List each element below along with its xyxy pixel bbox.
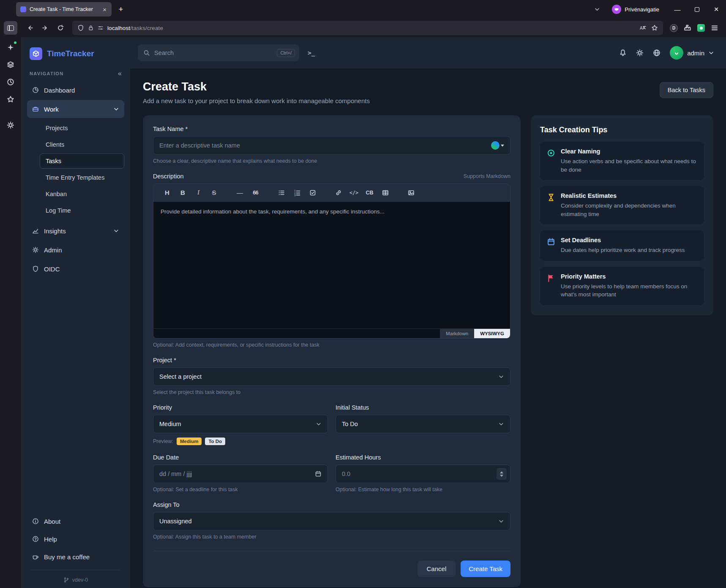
strikethrough-button[interactable]: S: [206, 186, 222, 199]
tracking-shield-icon[interactable]: [77, 25, 84, 31]
sidebar-item-kanban[interactable]: Kanban: [40, 186, 124, 202]
terminal-icon[interactable]: >_: [308, 49, 315, 56]
create-task-button[interactable]: Create Task: [461, 561, 510, 577]
tip-text: Use priority levels to help team members…: [561, 282, 697, 299]
sidebar-item-tasks[interactable]: Tasks: [40, 153, 124, 169]
search-box[interactable]: Ctrl+/: [138, 44, 299, 61]
description-placeholder: Provide detailed information about the t…: [161, 208, 385, 215]
search-input[interactable]: [154, 49, 273, 56]
project-helper: Select the project this task belongs to: [153, 389, 510, 395]
cancel-button[interactable]: Cancel: [418, 561, 456, 577]
task-name-input[interactable]: [159, 142, 487, 149]
sidebar-item-projects[interactable]: Projects: [40, 120, 124, 136]
checklist-button[interactable]: [305, 186, 320, 199]
project-select[interactable]: Select a project: [153, 367, 510, 386]
sidebar-item-clients[interactable]: Clients: [40, 137, 124, 152]
code-block-button[interactable]: CB: [362, 186, 377, 199]
sidebar-item-insights[interactable]: Insights: [27, 222, 124, 240]
sidebar-item-label: Buy me a coffee: [44, 553, 90, 561]
sidebar-nav: Dashboard Work Projects Clients Tasks Ti…: [21, 81, 130, 278]
description-textarea[interactable]: Provide detailed information about the t…: [153, 202, 510, 328]
sidebar-item-admin[interactable]: Admin: [27, 241, 124, 259]
link-button[interactable]: [330, 186, 346, 199]
lock-icon[interactable]: [88, 25, 94, 31]
menu-icon[interactable]: [711, 24, 718, 32]
settings-gear-icon[interactable]: [5, 120, 16, 130]
settings-gear-icon[interactable]: [636, 49, 644, 57]
wysiwyg-mode-tab[interactable]: WYSIWYG: [474, 329, 510, 338]
ai-chat-icon[interactable]: [5, 42, 16, 52]
sidebar-item-oidc[interactable]: OIDC: [27, 260, 124, 278]
sidebar-item-time-entry-templates[interactable]: Time Entry Templates: [40, 170, 124, 185]
estimated-hours-input[interactable]: [342, 470, 492, 477]
notifications-bell-icon[interactable]: [619, 49, 627, 57]
italic-button[interactable]: I: [191, 186, 206, 199]
help-icon: [32, 536, 39, 542]
inline-code-button[interactable]: </>: [346, 186, 362, 199]
back-button[interactable]: [23, 21, 37, 35]
back-to-tasks-button[interactable]: Back to Tasks: [660, 82, 713, 98]
page-subtitle: Add a new task to your project to break …: [143, 97, 370, 104]
due-date-input[interactable]: dd / mm / jjjj: [153, 465, 328, 483]
page-content: Create Task Add a new task to your proje…: [130, 68, 726, 588]
url-bar[interactable]: localhost/tasks/create A: [72, 21, 663, 35]
browser-tab[interactable]: Create Task - Time Tracker ×: [16, 2, 112, 16]
bookmarks-star-icon[interactable]: [5, 94, 16, 104]
layers-icon[interactable]: [5, 60, 16, 70]
autofill-extension-icon[interactable]: [491, 141, 504, 150]
extension-toolbar: D: [668, 24, 720, 32]
sidebar-item-about[interactable]: About: [27, 512, 124, 530]
window-close-button[interactable]: ×: [707, 0, 726, 19]
sidebar-item-log-time[interactable]: Log Time: [40, 203, 124, 218]
extension-icon[interactable]: D: [670, 24, 678, 32]
sidebar-item-dashboard[interactable]: Dashboard: [27, 81, 124, 99]
sidebar-item-coffee[interactable]: Buy me a coffee: [27, 548, 124, 566]
list-all-tabs-icon[interactable]: [592, 4, 603, 15]
priority-select[interactable]: Medium: [153, 415, 328, 433]
version-row: vdev-0: [30, 570, 121, 583]
window-minimize-button[interactable]: —: [668, 0, 687, 19]
version-label: vdev-0: [72, 577, 88, 583]
horizontal-rule-button[interactable]: —: [232, 186, 248, 199]
ordered-list-button[interactable]: 123: [289, 186, 305, 199]
dashboard-icon: [32, 87, 39, 93]
markdown-mode-tab[interactable]: Markdown: [440, 329, 474, 338]
extension-green-icon[interactable]: [697, 24, 705, 32]
window-maximize-button[interactable]: [687, 0, 707, 19]
browser-tab-bar: Create Task - Time Tracker × + Privénavi…: [0, 0, 726, 19]
extensions-puzzle-icon[interactable]: [684, 24, 691, 32]
tip-priority-matters: Priority Matters Use priority levels to …: [540, 267, 704, 305]
bookmark-star-icon[interactable]: [651, 25, 658, 31]
task-name-field: Task Name * Choose a clear, descriptive …: [153, 126, 510, 164]
sidebar-item-work[interactable]: Work: [27, 100, 124, 118]
tab-close-icon[interactable]: ×: [101, 5, 108, 14]
assign-to-select[interactable]: Unassigned: [153, 512, 510, 531]
task-name-helper: Choose a clear, descriptive name that ex…: [153, 158, 510, 164]
new-tab-button[interactable]: +: [114, 3, 128, 16]
heading-button[interactable]: H: [159, 186, 175, 199]
sidebar-item-help[interactable]: Help: [27, 530, 124, 548]
target-icon: [547, 148, 555, 174]
calendar-icon[interactable]: [315, 470, 322, 477]
sidebar-collapse-icon[interactable]: «: [118, 70, 122, 77]
app-logo[interactable]: TimeTracker: [21, 37, 130, 68]
permissions-icon[interactable]: [98, 25, 104, 31]
history-clock-icon[interactable]: [5, 77, 16, 87]
user-menu[interactable]: admin: [670, 46, 714, 60]
editor-mode-switch: Markdown WYSIWYG: [153, 328, 510, 338]
translate-icon[interactable]: A: [639, 25, 646, 31]
forward-button[interactable]: [38, 21, 52, 35]
sidebar-toggle-button[interactable]: [4, 21, 17, 35]
bullet-list-button[interactable]: [273, 186, 289, 199]
timetracker-app: TimeTracker NAVIGATION « Dashboard Work: [21, 37, 726, 588]
bold-button[interactable]: B: [175, 186, 191, 199]
blockquote-button[interactable]: 66: [248, 186, 263, 199]
sidebar-item-label: Admin: [44, 246, 62, 254]
language-globe-icon[interactable]: [653, 49, 660, 57]
reload-button[interactable]: [54, 21, 67, 35]
sidebar-item-label: Help: [44, 536, 57, 543]
number-stepper[interactable]: [497, 468, 507, 480]
image-button[interactable]: [403, 186, 419, 199]
initial-status-select[interactable]: To Do: [336, 415, 510, 433]
table-button[interactable]: [377, 186, 393, 199]
